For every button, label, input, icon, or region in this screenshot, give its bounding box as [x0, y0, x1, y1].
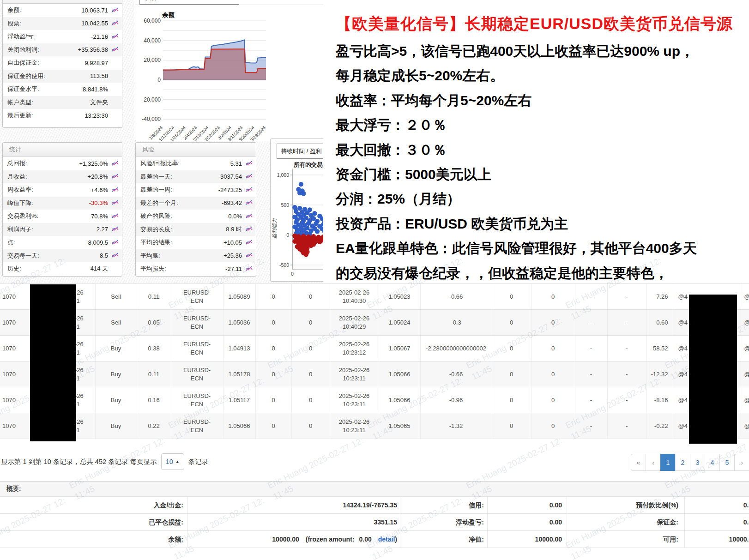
stat-value: 13:23:30 [33, 112, 108, 119]
balance-chart-type-select[interactable]: 余额 [139, 0, 239, 5]
table-cell: @107 [739, 361, 749, 387]
stat-label: 帐户类型: [7, 98, 33, 107]
mini-chart-icon[interactable] [108, 226, 119, 232]
promo-line: 投资产品：ERU/USD 欧美货币兑为主 [336, 211, 733, 236]
stat-row: 总回报:+1,325.0% [3, 157, 122, 170]
mini-chart-icon[interactable] [108, 187, 119, 193]
mini-chart-icon[interactable] [108, 240, 119, 246]
table-cell: - [575, 387, 607, 413]
page-button-2[interactable]: 2 [675, 454, 690, 471]
mini-chart-icon[interactable] [108, 161, 119, 167]
stat-label: 交易每一天: [7, 252, 39, 260]
signal-promo-text: 【欧美量化信号】长期稳定EUR/USD欧美货币兑信号源 盈亏比高>5，该信号已跑… [336, 13, 733, 285]
mini-chart-icon[interactable] [108, 7, 119, 13]
table-cell: 0 [291, 361, 330, 387]
stat-label: 保证金的使用: [7, 72, 45, 80]
promo-line: 的交易没有爆仓纪录，，但收益稳定是他的主要特色， [336, 261, 733, 285]
svg-text:0: 0 [157, 77, 161, 83]
risk-panel-title: 风险 [136, 143, 256, 157]
stat-label: 最差的一周: [140, 186, 172, 194]
mini-chart-icon[interactable] [242, 253, 253, 259]
mini-chart-icon[interactable] [108, 47, 119, 53]
table-cell: @107 [739, 284, 749, 310]
page-button-3[interactable]: 3 [690, 454, 705, 471]
mini-chart-icon[interactable] [242, 240, 253, 246]
table-cell: 1.05066 [379, 361, 420, 387]
table-cell: 0 [255, 413, 291, 439]
page-button-‹[interactable]: ‹ [646, 454, 661, 471]
table-cell: -1.32 [420, 413, 492, 439]
risk-panel: 风险 风险/回报比率:5.31最差的一天:-3037.54最差的一周:-2473… [135, 142, 256, 277]
balance-chart-panel: 余额 -40,000-20,000020,00040,00060,0001/8/… [135, 0, 326, 141]
mini-chart-icon[interactable] [108, 34, 119, 40]
table-cell: 0 [255, 310, 291, 336]
page-button-4[interactable]: 4 [705, 454, 720, 471]
table-cell: 2025-02-2610:23:11 [330, 387, 379, 413]
summary-label: 浮动盈亏: [400, 514, 487, 530]
table-cell: 2025-02-2610:40:29 [330, 310, 379, 336]
stat-value: -3037.54 [172, 173, 242, 180]
table-cell: EURUSD-ECN [171, 387, 223, 413]
table-cell: 1.05023 [379, 284, 420, 310]
table-cell: - [607, 310, 646, 336]
stat-label: 总回报: [7, 159, 27, 168]
stat-label: 破产的风险: [140, 212, 172, 220]
svg-text:所有的交易: 所有的交易 [293, 162, 323, 168]
table-row: 10702025-02-2603:33:01Buy0.11EURUSD-ECN1… [0, 361, 749, 387]
promo-line: 最大回撤：３０％ [336, 138, 733, 162]
summary-value: 10000.00 [487, 531, 567, 548]
page-button-1[interactable]: 1 [660, 454, 676, 471]
mini-chart-icon[interactable] [108, 20, 119, 26]
mini-chart-icon[interactable] [108, 253, 119, 259]
statistics-panel: 统计 总回报:+1,325.0%月收益:+20.8%周收益率:+4.6%峰值下降… [2, 142, 122, 277]
mini-chart-icon[interactable] [242, 213, 253, 219]
frozen-detail-link[interactable]: detail [378, 536, 395, 543]
table-cell: 0 [492, 336, 531, 361]
table-cell: 1.05066 [379, 387, 420, 413]
page-size-dropdown[interactable]: 10 ▲ [161, 453, 184, 470]
table-cell: 0 [492, 387, 531, 413]
mini-chart-icon[interactable] [108, 174, 119, 180]
page-button-›[interactable]: › [734, 454, 749, 471]
stat-value: 5.31 [180, 160, 242, 167]
table-cell: 0 [531, 361, 575, 387]
mini-chart-icon[interactable] [108, 213, 119, 219]
summary-value: 3351.15 [187, 514, 400, 530]
table-cell: 0.11 [137, 284, 171, 310]
mini-chart-icon[interactable] [108, 200, 119, 206]
table-row: 10702025-02-2604:33:01Buy0.22EURUSD-ECN1… [0, 413, 749, 439]
mini-chart-icon[interactable] [242, 174, 253, 180]
summary-value: 0.00 [487, 514, 567, 530]
summary-value: 0.00 [684, 514, 749, 530]
table-cell: Buy [95, 387, 137, 413]
table-cell: Buy [95, 413, 137, 439]
stat-row: 保证金水平:8,841.8% [3, 83, 122, 96]
stat-label: 保证金水平: [7, 85, 39, 93]
table-cell: 0.38 [137, 336, 171, 361]
redaction-box-account-id [30, 284, 76, 441]
table-cell: 0.22 [137, 413, 171, 439]
stat-row: 历史:414 天 [3, 262, 122, 276]
mini-chart-icon[interactable] [242, 161, 253, 167]
stat-value: +4.6% [33, 187, 108, 193]
balance-select-value: 余额 [144, 0, 156, 1]
trade-history-table: 10702025-02-2610:26:01Sell0.11EURUSD-ECN… [0, 283, 749, 439]
summary-label: 余额: [0, 531, 187, 548]
stat-value: 9,928.97 [39, 60, 108, 66]
stat-label: 平均赢: [140, 252, 160, 260]
mini-chart-icon[interactable] [242, 266, 253, 272]
mini-chart-icon[interactable] [242, 226, 253, 232]
promo-line: 资金门槛：5000美元以上 [336, 162, 733, 187]
table-cell: EURUSD-ECN [171, 413, 223, 439]
mini-chart-icon[interactable] [242, 200, 253, 206]
stat-row: 风险/回报比率:5.31 [136, 157, 256, 170]
table-cell: @107 [739, 310, 749, 336]
page-button-5[interactable]: 5 [719, 454, 735, 471]
mini-chart-icon[interactable] [242, 187, 253, 193]
table-cell: -0.96 [420, 387, 492, 413]
table-cell: Sell [95, 310, 137, 336]
page-button-«[interactable]: « [631, 454, 646, 471]
table-cell: 0.05 [137, 310, 171, 336]
table-cell: 0.60 [646, 310, 673, 336]
summary-value: 0.00 [684, 497, 749, 513]
